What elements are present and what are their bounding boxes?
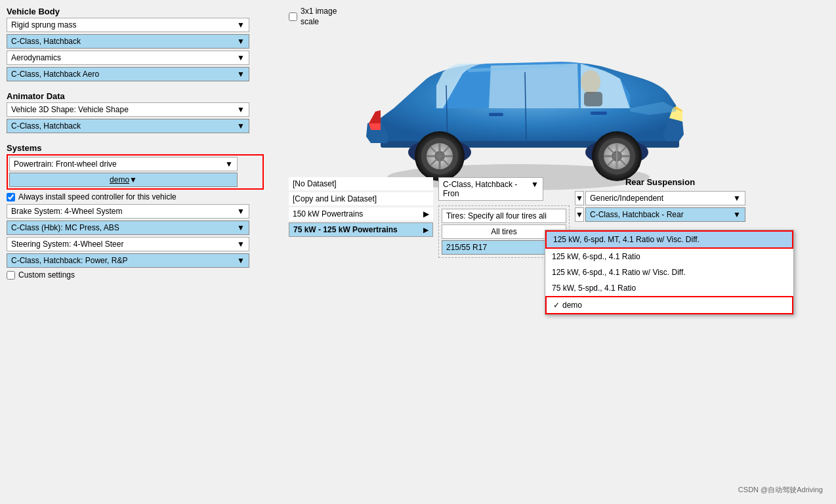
aerodynamics-arrow: ▼ [237, 53, 245, 62]
powertrain-label: Powertrain: Front-wheel drive [14, 159, 117, 169]
demo-label: demo [562, 301, 582, 310]
right-panel: 3x1 imagescale [289, 7, 829, 497]
custom-settings-checkbox[interactable] [7, 271, 15, 280]
fron-dropdown[interactable]: C-Class, Hatchback - Fron ▼ [438, 177, 543, 201]
steering-system-label: Steering System: 4-Wheel Steer [11, 240, 123, 249]
car-area [289, 7, 829, 190]
powertrain-arrow: ▼ [225, 159, 233, 169]
rear-susp-type-arrow: ▼ [733, 194, 741, 203]
aero-model-label: C-Class, Hatchback Aero [11, 70, 99, 79]
tires-label-box: Tires: Specify all four tires ali [442, 209, 566, 223]
fron-label: C-Class, Hatchback - Fron [443, 180, 531, 198]
body-model-label: C-Class, Hatchback [11, 37, 81, 46]
vehicle-body-title: Vehicle Body [7, 7, 282, 16]
all-tires-label: All tires [491, 227, 516, 236]
rigid-sprung-label: Rigid sprung mass [11, 20, 76, 30]
rigid-sprung-dropdown[interactable]: Rigid sprung mass ▼ [7, 18, 249, 32]
car-image [328, 26, 709, 197]
powertrain-model-arrow: ▼ [129, 175, 137, 184]
rigid-sprung-row: Rigid sprung mass ▼ [7, 18, 282, 32]
brake-model-arrow: ▼ [237, 223, 245, 232]
speed-controller-checkbox[interactable] [7, 193, 15, 201]
75-125kw-submenu-arrow: ▶ [423, 226, 428, 234]
aero-model-row: C-Class, Hatchback Aero ▼ [7, 67, 282, 81]
steering-model-label: C-Class, Hatchback: Power, R&P [11, 256, 127, 265]
aero-model-dropdown[interactable]: C-Class, Hatchback Aero ▼ [7, 67, 249, 81]
shape-model-arrow: ▼ [237, 121, 245, 131]
75-125kw-label: 75 kW - 125 kW Powertrains [293, 225, 398, 234]
rear-susp-type-label: Generic/Independent [590, 194, 663, 203]
75-125kw-item[interactable]: 75 kW - 125 kW Powertrains ▶ [289, 222, 433, 237]
submenu-item-75kw[interactable]: 75 kW, 5-spd., 4.1 Ratio [545, 280, 793, 296]
body-model-arrow: ▼ [237, 37, 245, 46]
submenu-item-125kw-mt-visc[interactable]: 125 kW, 6-spd. MT, 4.1 Ratio w/ Visc. Di… [545, 230, 793, 249]
steering-system-dropdown[interactable]: Steering System: 4-Wheel Steer ▼ [7, 237, 249, 251]
rear-susp-arrow1[interactable]: ▼ [575, 191, 584, 205]
rear-suspension-title: Rear Suspension [575, 177, 745, 187]
body-model-row: C-Class, Hatchback ▼ [7, 34, 282, 49]
copy-link-item[interactable]: [Copy and Link Dataset] [289, 192, 433, 205]
aero-model-arrow: ▼ [237, 70, 245, 79]
bottom-area: [No Dataset] [Copy and Link Dataset] 150… [289, 177, 829, 264]
animator-data-section: Animator Data Vehicle 3D Shape: Vehicle … [7, 91, 282, 135]
rear-susp-arrow2[interactable]: ▼ [575, 207, 584, 222]
shape-label: Vehicle 3D Shape: Vehicle Shape [11, 105, 129, 114]
submenu-item-125kw-41[interactable]: 125 kW, 6-spd., 4.1 Ratio [545, 249, 793, 264]
powertrain-model-row: demo ▼ [9, 173, 261, 187]
shape-model-row: C-Class, Hatchback ▼ [7, 119, 282, 133]
steering-model-arrow: ▼ [237, 256, 245, 265]
submenu-popup: 125 kW, 6-spd. MT, 4.1 Ratio w/ Visc. Di… [545, 230, 794, 315]
powertrain-red-group: Powertrain: Front-wheel drive ▼ demo ▼ [7, 154, 264, 190]
brake-system-label: Brake System: 4-Wheel System [11, 207, 122, 216]
150kw-item[interactable]: 150 kW Powertrains ▶ [289, 207, 433, 220]
steering-system-arrow: ▼ [237, 240, 245, 249]
rear-susp-model-dropdown[interactable]: C-Class, Hatchback - Rear ▼ [585, 207, 745, 222]
aerodynamics-dropdown[interactable]: Aerodynamics ▼ [7, 51, 249, 65]
powertrain-dropdown[interactable]: Powertrain: Front-wheel drive ▼ [9, 157, 238, 171]
tires-specify-label: Tires: Specify all four tires ali [446, 211, 547, 220]
svg-point-25 [581, 70, 600, 94]
custom-settings-label: Custom settings [18, 270, 75, 280]
steering-model-dropdown[interactable]: C-Class, Hatchback: Power, R&P ▼ [7, 253, 249, 268]
animator-data-title: Animator Data [7, 91, 282, 101]
brake-model-dropdown[interactable]: C-Class (Hbk): MC Press, ABS ▼ [7, 220, 249, 235]
shape-row: Vehicle 3D Shape: Vehicle Shape ▼ [7, 102, 282, 117]
brake-model-label: C-Class (Hbk): MC Press, ABS [11, 223, 119, 232]
aerodynamics-label: Aerodynamics [11, 53, 61, 62]
rigid-sprung-arrow: ▼ [237, 20, 245, 30]
watermark: CSDN @自动驾驶Adriving [738, 485, 823, 495]
powertrain-model-label: demo [110, 175, 129, 184]
tires-value-label: 215/55 R17 [446, 243, 487, 252]
shape-dropdown[interactable]: Vehicle 3D Shape: Vehicle Shape ▼ [7, 102, 249, 117]
dataset-panel: [No Dataset] [Copy and Link Dataset] 150… [289, 177, 433, 237]
brake-system-arrow: ▼ [237, 207, 245, 216]
powertrain-model-dropdown[interactable]: demo ▼ [9, 173, 238, 187]
main-container: Vehicle Body Rigid sprung mass ▼ C-Class… [0, 0, 836, 504]
body-model-dropdown[interactable]: C-Class, Hatchback ▼ [7, 34, 249, 49]
svg-rect-4 [591, 112, 607, 115]
systems-section: Systems Powertrain: Front-wheel drive ▼ … [7, 143, 282, 282]
rear-susp-model-label: C-Class, Hatchback - Rear [590, 210, 684, 219]
150kw-submenu-arrow: ▶ [423, 209, 429, 219]
submenu-item-125kw-visc[interactable]: 125 kW, 6-spd., 4.1 Ratio w/ Visc. Diff. [545, 264, 793, 280]
svg-rect-5 [489, 113, 503, 116]
brake-system-dropdown[interactable]: Brake System: 4-Wheel System ▼ [7, 204, 249, 219]
vehicle-body-section: Vehicle Body Rigid sprung mass ▼ C-Class… [7, 7, 282, 83]
shape-model-label: C-Class, Hatchback [11, 121, 81, 131]
brake-system-row: Brake System: 4-Wheel System ▼ [7, 204, 282, 219]
rear-susp-type-dropdown[interactable]: Generic/Independent ▼ [585, 191, 745, 205]
left-panel: Vehicle Body Rigid sprung mass ▼ C-Class… [7, 7, 282, 497]
steering-model-row: C-Class, Hatchback: Power, R&P ▼ [7, 253, 282, 268]
aerodynamics-row: Aerodynamics ▼ [7, 51, 282, 65]
custom-settings-row: Custom settings [7, 270, 282, 280]
systems-title: Systems [7, 143, 282, 153]
submenu-item-demo[interactable]: ✓demo [545, 296, 793, 314]
checkmark-icon: ✓ [553, 301, 560, 310]
brake-model-row: C-Class (Hbk): MC Press, ABS ▼ [7, 220, 282, 235]
no-dataset-item[interactable]: [No Dataset] [289, 177, 433, 190]
steering-system-row: Steering System: 4-Wheel Steer ▼ [7, 237, 282, 251]
svg-rect-26 [584, 92, 602, 106]
shape-arrow: ▼ [237, 105, 245, 114]
shape-model-dropdown[interactable]: C-Class, Hatchback ▼ [7, 119, 249, 133]
speed-controller-row: Always install speed controller for this… [7, 192, 282, 201]
